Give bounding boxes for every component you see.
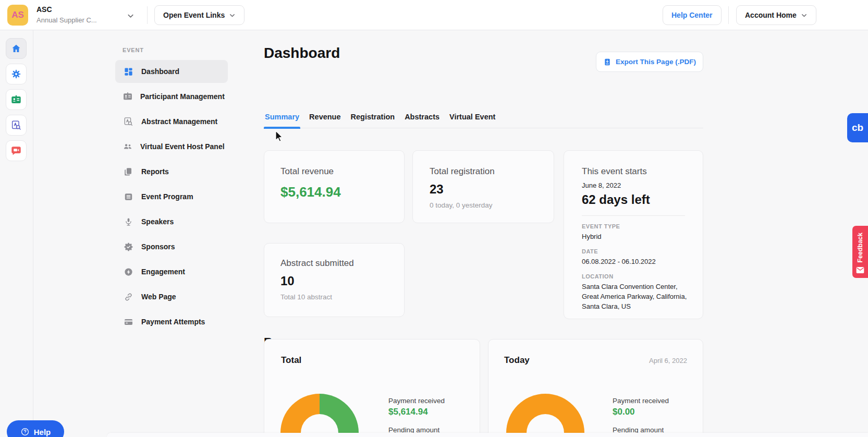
tab-revenue[interactable]: Revenue	[308, 106, 341, 128]
id-card-icon	[123, 91, 133, 102]
rail-abstract-button[interactable]	[6, 115, 27, 136]
question-circle-icon	[20, 427, 30, 436]
days-left: 62 days left	[582, 192, 685, 207]
payment-received-label: Payment received	[613, 397, 669, 405]
card-title: This event starts	[582, 166, 685, 177]
video-chat-icon	[10, 145, 22, 156]
date-range-value: 06.08.2022 - 06.10.2022	[582, 257, 685, 266]
help-label: Help	[34, 428, 51, 436]
help-center-button[interactable]: Help Center	[663, 5, 722, 25]
link-icon	[123, 292, 134, 302]
sidebar-item-web-page[interactable]: Web Page	[115, 285, 228, 308]
sidebar-item-label: Sponsors	[141, 242, 175, 251]
list-icon	[123, 192, 134, 202]
top-bar: AS ASC Annual Supplier C... Open Event L…	[0, 0, 868, 30]
people-icon	[123, 141, 133, 152]
sidebar-item-participant-management[interactable]: Participant Management	[115, 85, 228, 108]
sidebar-item-payment-attempts[interactable]: Payment Attempts	[115, 310, 228, 333]
rail-home-button[interactable]	[6, 38, 27, 59]
credit-card-icon	[123, 317, 134, 327]
sidebar-item-label: Participant Management	[140, 92, 225, 101]
copy-icon	[123, 167, 134, 177]
total-revenue-card: Total revenue $5,614.94	[264, 150, 405, 223]
abstract-submitted-card: Abstract submitted 10 Total 10 abstract	[264, 243, 405, 317]
settings-gear-icon	[11, 69, 21, 79]
rail-participants-button[interactable]	[6, 89, 27, 110]
card-title: Abstract submitted	[280, 258, 388, 269]
tab-abstracts[interactable]: Abstracts	[404, 106, 441, 128]
sidebar-item-dashboard[interactable]: Dashboard	[115, 60, 228, 83]
total-registration-card: Total registration 23 0 today, 0 yesterd…	[412, 150, 554, 223]
abstract-review-icon	[10, 119, 22, 131]
main-content: Dashboard Export This Page (.PDF) Summar…	[264, 30, 703, 437]
sidebar-item-label: Reports	[141, 167, 169, 176]
microphone-icon	[123, 217, 134, 227]
revenue-today-card: Today April 6, 2022 Payment received $0.…	[488, 339, 703, 437]
sidebar-item-speakers[interactable]: Speakers	[115, 210, 228, 233]
payment-received-value: $0.00	[613, 407, 669, 417]
sidebar-item-label: Dashboard	[141, 67, 179, 76]
rail-settings-button[interactable]	[6, 64, 27, 84]
help-button[interactable]: Help	[7, 420, 64, 437]
sidebar-item-label: Virtual Event Host Panel	[140, 142, 225, 151]
tab-registration[interactable]: Registration	[350, 106, 396, 128]
event-switcher-chevron-down-icon[interactable]	[127, 12, 135, 20]
page-title: Dashboard	[264, 45, 340, 62]
event-code: ASC	[36, 5, 52, 14]
export-download-icon	[603, 58, 612, 66]
location-value: Santa Clara Convention Center, Great Ame…	[582, 282, 687, 311]
sidebar-item-reports[interactable]: Reports	[115, 160, 228, 183]
revenue-total-stats: Payment received $5,614.94 Pending amoun…	[388, 397, 445, 434]
revenue-card-date: April 6, 2022	[649, 357, 687, 365]
sidebar-item-abstract-management[interactable]: Abstract Management	[115, 110, 228, 133]
sidebar-item-label: Event Program	[141, 192, 193, 201]
total-revenue-value: $5,614.94	[280, 184, 388, 200]
event-name: Annual Supplier C...	[36, 16, 97, 24]
header-divider	[147, 6, 148, 24]
envelope-icon	[856, 266, 864, 274]
abstract-submitted-value: 10	[280, 274, 388, 288]
card-title: Total revenue	[280, 166, 388, 177]
revenue-today-stats: Payment received $0.00 Pending amount	[613, 397, 669, 434]
sidebar-item-label: Speakers	[141, 217, 174, 226]
sidebar-item-label: Engagement	[141, 268, 185, 276]
id-badge-icon	[10, 94, 22, 105]
rail-video-chat-button[interactable]	[6, 140, 27, 161]
feedback-tab[interactable]: Feedback	[852, 226, 868, 278]
event-avatar: AS	[7, 5, 28, 26]
sidebar-item-label: Abstract Management	[141, 117, 217, 126]
location-label: LOCATION	[582, 273, 685, 280]
export-pdf-button[interactable]: Export This Page (.PDF)	[596, 52, 703, 72]
sidebar-section-label: EVENT	[123, 47, 144, 53]
event-sidebar: Dashboard Participant Management Abstrac…	[115, 60, 228, 333]
open-event-links-button[interactable]: Open Event Links	[154, 5, 244, 25]
sidebar-item-event-program[interactable]: Event Program	[115, 185, 228, 208]
event-starts-card: This event starts June 8, 2022 62 days l…	[564, 150, 703, 319]
chevron-down-icon	[801, 12, 808, 19]
sidebar-item-virtual-event-host-panel[interactable]: Virtual Event Host Panel	[115, 135, 228, 158]
dashboard-tabs: Summary Revenue Registration Abstracts V…	[264, 106, 703, 128]
account-home-button[interactable]: Account Home	[736, 5, 816, 25]
abstract-search-icon	[123, 116, 134, 127]
sidebar-item-engagement[interactable]: Engagement	[115, 260, 228, 283]
account-home-label: Account Home	[745, 11, 797, 19]
open-event-links-label: Open Event Links	[163, 11, 225, 19]
payment-received-value: $5,614.94	[388, 407, 445, 417]
bottom-overlay-edge	[107, 433, 868, 437]
tab-virtual-event[interactable]: Virtual Event	[448, 106, 496, 128]
revenue-total-card: Total Payment received $5,614.94 Pending…	[264, 339, 480, 437]
revenue-card-title: Total	[281, 355, 301, 366]
event-start-date: June 8, 2022	[582, 181, 685, 189]
bolt-icon	[123, 267, 134, 277]
sidebar-item-sponsors[interactable]: Sponsors	[115, 235, 228, 258]
header-divider	[728, 6, 729, 24]
revenue-total-donut-chart	[280, 394, 359, 437]
badge-check-icon	[123, 242, 134, 252]
tab-summary[interactable]: Summary	[264, 106, 300, 128]
cb-widget-label: cb	[852, 122, 863, 133]
date-label: DATE	[582, 248, 685, 254]
cb-widget-tab[interactable]: cb	[847, 113, 868, 142]
total-registration-value: 23	[430, 182, 537, 197]
card-divider	[582, 215, 685, 216]
home-icon	[11, 43, 21, 54]
